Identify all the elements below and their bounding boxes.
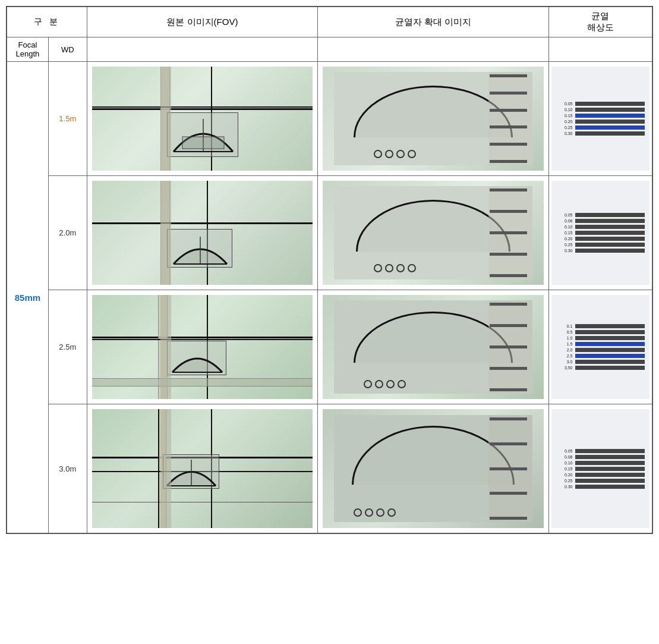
- crack-circle: [354, 508, 362, 517]
- svg-rect-2: [182, 137, 224, 149]
- original-image-1: [92, 67, 313, 171]
- original-image-cell-3: [87, 290, 317, 404]
- res-bar: [575, 324, 645, 328]
- header-crack-sub: [318, 37, 548, 62]
- res-row: 1.5: [556, 342, 645, 346]
- crack-ruler-1: [488, 72, 532, 166]
- res-row: 0.10: [556, 461, 645, 465]
- crack-label: 균열자 확대 이미지: [395, 17, 471, 27]
- res-bar: [575, 479, 645, 483]
- crack-ruler-4: [488, 415, 532, 522]
- crack-circle: [376, 508, 384, 517]
- res-row: 0.05: [556, 102, 645, 106]
- original-image-3: [92, 295, 313, 399]
- ruler-strip-2: [160, 181, 170, 285]
- focal-length-label: FocalLength: [16, 40, 40, 58]
- res-row: 0.08: [556, 219, 645, 223]
- res-label: 0.05: [556, 213, 573, 217]
- crack-circle: [385, 264, 393, 272]
- res-label: 0.10: [556, 108, 573, 112]
- res-bar: [575, 449, 645, 453]
- crack-image-cell-1: [318, 62, 548, 176]
- res-label: 0.25: [556, 125, 573, 130]
- gubun-label: 구 분: [34, 17, 60, 26]
- header-resolution: 균열해상도: [548, 7, 652, 37]
- res-bar: [575, 467, 645, 471]
- res-row: 2.5: [556, 354, 645, 358]
- res-container-2: 0.05 0.08 0.10 0.15: [551, 181, 649, 285]
- res-row: 0.30: [556, 131, 645, 136]
- res-row: 0.25: [556, 125, 645, 130]
- res-label: 0.30: [556, 485, 573, 489]
- res-label: 0.10: [556, 225, 573, 229]
- crack-circles-2: [374, 264, 416, 272]
- target-box-3: [167, 341, 226, 375]
- res-bar-blue: [575, 354, 645, 358]
- res-row: 0.30: [556, 485, 645, 489]
- res-bar: [575, 473, 645, 477]
- res-row: 1.0: [556, 336, 645, 340]
- res-label: 0.10: [556, 461, 573, 465]
- res-row: 0.1: [556, 324, 645, 328]
- res-bar: [575, 330, 645, 334]
- crack-inner-1: [334, 72, 532, 166]
- res-label: 0.15: [556, 231, 573, 235]
- original-image-cell-4: [87, 404, 317, 533]
- crack-circle: [396, 264, 405, 272]
- main-table-wrapper: 구 분 원본 이미지(FOV) 균열자 확대 이미지 균열해상도 FocalLe…: [6, 6, 653, 534]
- res-bar: [575, 360, 645, 364]
- header-wd: WD: [48, 37, 87, 62]
- res-label: 2.0: [556, 348, 573, 352]
- original-image-2: [92, 181, 313, 285]
- wd-cell-3: 2.5m: [48, 290, 87, 404]
- grid-h-2: [92, 222, 313, 224]
- res-bar: [575, 336, 645, 340]
- wd-value-1: 1.5m: [59, 114, 76, 123]
- res-row: 0.05: [556, 449, 645, 453]
- crack-circle: [387, 508, 396, 517]
- header-row-top: 구 분 원본 이미지(FOV) 균열자 확대 이미지 균열해상도: [7, 7, 652, 37]
- res-row: 0.10: [556, 225, 645, 229]
- crack-image-1: [323, 67, 543, 171]
- res-bar-blue: [575, 125, 645, 130]
- res-label: 0.20: [556, 120, 573, 124]
- res-label: 0.5: [556, 330, 573, 334]
- crack-inner-4: [334, 415, 532, 522]
- res-label: 0.30: [556, 249, 573, 253]
- crack-image-4: [323, 409, 543, 528]
- res-label: 0.30: [556, 131, 573, 136]
- res-bar: [575, 485, 645, 489]
- res-bar: [575, 102, 645, 106]
- res-container-3: 0.1 0.5 1.0 1.5: [551, 295, 649, 399]
- res-row: 0.25: [556, 243, 645, 247]
- res-label: 3.50: [556, 366, 573, 370]
- res-label: 0.1: [556, 324, 573, 328]
- crack-circle: [375, 380, 383, 388]
- res-container-1: 0.05 0.10 0.15 0.20: [551, 67, 649, 171]
- res-row: 0.25: [556, 479, 645, 483]
- res-row: 0.05: [556, 213, 645, 217]
- res-label: 0.25: [556, 479, 573, 483]
- header-res-sub: [548, 37, 652, 62]
- header-original-sub: [87, 37, 317, 62]
- res-row: 0.5: [556, 330, 645, 334]
- crack-circles-3: [364, 380, 406, 388]
- res-row: 0.30: [556, 249, 645, 253]
- res-label: 0.08: [556, 219, 573, 223]
- header-focal-length: FocalLength: [7, 37, 49, 62]
- res-label: 0.20: [556, 473, 573, 477]
- target-box-4: [163, 454, 219, 489]
- wd-cell-1: 1.5m: [48, 62, 87, 176]
- table-row: 85mm 1.5m: [7, 62, 652, 176]
- res-bar: [575, 219, 645, 223]
- table-row: 2.0m: [7, 176, 652, 290]
- crack-circle: [374, 264, 382, 272]
- target-box-2: [167, 229, 232, 268]
- res-row: 3.50: [556, 366, 645, 370]
- resolution-cell-1: 0.05 0.10 0.15 0.20: [548, 62, 652, 176]
- original-image-4: [92, 409, 313, 528]
- crack-image-3: [323, 295, 543, 399]
- header-row-sub: FocalLength WD: [7, 37, 652, 62]
- header-crack: 균열자 확대 이미지: [318, 7, 548, 37]
- res-row: 0.10: [556, 108, 645, 112]
